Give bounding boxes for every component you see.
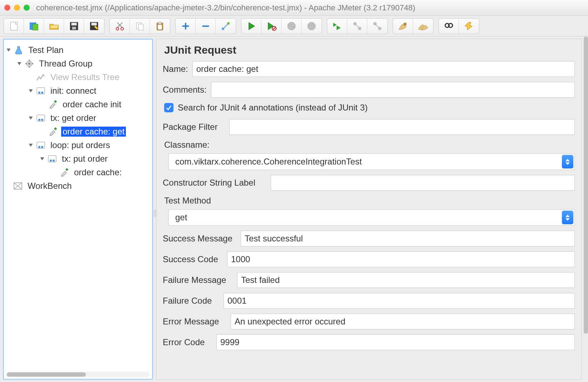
chart-icon [35, 73, 46, 82]
reset-search-button[interactable] [459, 19, 479, 34]
stop-button[interactable] [281, 19, 302, 34]
checkbox-checked-icon[interactable] [164, 103, 173, 112]
splitter-handle[interactable] [153, 209, 157, 217]
flask-icon [13, 45, 24, 55]
error-code-field[interactable] [216, 334, 575, 350]
test-method-value: get [175, 212, 187, 222]
disclosure-down-icon[interactable] [5, 47, 12, 53]
disclosure-down-icon[interactable] [16, 60, 23, 67]
svg-marker-26 [288, 22, 295, 30]
clear-all-button[interactable] [413, 19, 433, 34]
svg-rect-2 [33, 24, 38, 30]
remote-start-button[interactable] [327, 19, 347, 34]
toolbar [0, 16, 588, 36]
paste-button[interactable] [150, 19, 170, 34]
package-filter-field[interactable] [229, 119, 575, 135]
tree-node-order-cache-get[interactable]: order cache: get [5, 125, 151, 138]
svg-point-57 [41, 119, 43, 121]
tree-node-loop-put-orders[interactable]: loop: put orders [5, 138, 151, 152]
svg-rect-60 [37, 142, 45, 148]
tree-node-tx-put-order[interactable]: tx: put order [5, 152, 151, 166]
tree-node-order-cache-init[interactable]: order cache init [5, 98, 151, 111]
tree-horizontal-scrollbar[interactable] [6, 372, 150, 377]
start-button[interactable] [241, 19, 261, 34]
failure-message-field[interactable] [237, 272, 575, 288]
svg-rect-13 [138, 24, 143, 30]
name-label: Name: [163, 64, 188, 74]
svg-rect-53 [54, 100, 57, 103]
minimize-window-button[interactable] [14, 5, 20, 11]
close-window-button[interactable] [4, 5, 10, 11]
tree-node-workbench[interactable]: WorkBench [5, 179, 151, 193]
tree-node-test-plan[interactable]: Test Plan [5, 43, 151, 57]
save-as-button[interactable] [84, 19, 104, 34]
svg-point-52 [41, 92, 43, 94]
failure-code-label: Failure Code [163, 296, 219, 306]
tree-node-init-connect[interactable]: init: connect [5, 84, 151, 98]
test-method-combo[interactable]: get [168, 209, 575, 226]
open-button[interactable] [44, 19, 64, 34]
junit4-checkbox-row[interactable]: Search for JUnit 4 annotations (instead … [164, 103, 575, 113]
vertical-scrollbar[interactable] [583, 36, 588, 382]
expand-button[interactable] [176, 19, 196, 34]
success-code-field[interactable] [227, 251, 575, 267]
tree-label: Thread Group [38, 59, 94, 69]
tree-node-order-cache-put[interactable]: order cache: [5, 166, 151, 179]
comments-field[interactable] [211, 82, 575, 98]
save-button[interactable] [64, 19, 84, 34]
svg-line-32 [356, 25, 359, 28]
constructor-field[interactable] [271, 175, 575, 191]
toggle-button[interactable] [216, 19, 236, 34]
svg-rect-55 [37, 115, 45, 121]
svg-point-62 [41, 146, 43, 148]
tree-label: loop: put orders [49, 140, 112, 150]
svg-line-25 [273, 27, 275, 30]
svg-rect-5 [72, 26, 76, 29]
cut-button[interactable] [110, 19, 130, 34]
svg-point-66 [53, 160, 55, 162]
start-no-pause-button[interactable] [261, 19, 281, 34]
svg-marker-23 [268, 22, 273, 30]
svg-marker-27 [308, 22, 315, 30]
svg-point-44 [28, 63, 30, 65]
classname-label: Classname: [164, 140, 575, 150]
tree-node-tx-get-order[interactable]: tx: get order [5, 111, 151, 125]
failure-code-field[interactable] [224, 293, 575, 309]
copy-button[interactable] [130, 19, 150, 34]
remote-stop-button[interactable] [347, 19, 367, 34]
collapse-button[interactable] [196, 19, 216, 34]
classname-combo[interactable]: com.viktarx.coherence.CoherenceIntegrati… [168, 153, 575, 170]
svg-rect-7 [92, 23, 97, 25]
zoom-window-button[interactable] [24, 5, 30, 11]
tree-label: tx: put order [60, 154, 109, 164]
disclosure-down-icon[interactable] [39, 156, 45, 162]
failure-message-label: Failure Message [163, 275, 233, 285]
disclosure-down-icon[interactable] [28, 115, 34, 121]
svg-point-65 [50, 160, 52, 162]
shutdown-button[interactable] [302, 19, 322, 34]
svg-marker-28 [333, 23, 336, 26]
svg-marker-54 [29, 117, 33, 119]
tree-node-thread-group[interactable]: Thread Group [5, 57, 151, 70]
remote-shutdown-button[interactable] [367, 19, 387, 34]
new-button[interactable] [4, 19, 24, 34]
svg-marker-42 [17, 62, 21, 65]
updown-icon [562, 211, 573, 224]
tree-pane[interactable]: Test Plan Thread Group View Results Tree [3, 39, 153, 380]
clear-button[interactable] [393, 19, 413, 34]
success-message-field[interactable] [241, 231, 575, 246]
gear-icon [24, 59, 35, 68]
disclosure-down-icon[interactable] [28, 88, 34, 94]
disclosure-down-icon[interactable] [28, 142, 34, 148]
tree-node-view-results[interactable]: View Results Tree [5, 70, 151, 84]
name-field[interactable] [192, 61, 575, 77]
titlebar: coherence-test.jmx (/Applications/apache… [0, 0, 588, 16]
search-button[interactable] [439, 19, 459, 34]
svg-point-21 [222, 27, 225, 30]
templates-button[interactable] [24, 19, 44, 34]
error-message-field[interactable] [231, 314, 575, 329]
dropper-icon [48, 100, 58, 109]
svg-marker-29 [337, 25, 340, 30]
success-message-label: Success Message [163, 234, 236, 244]
svg-point-61 [38, 146, 40, 148]
